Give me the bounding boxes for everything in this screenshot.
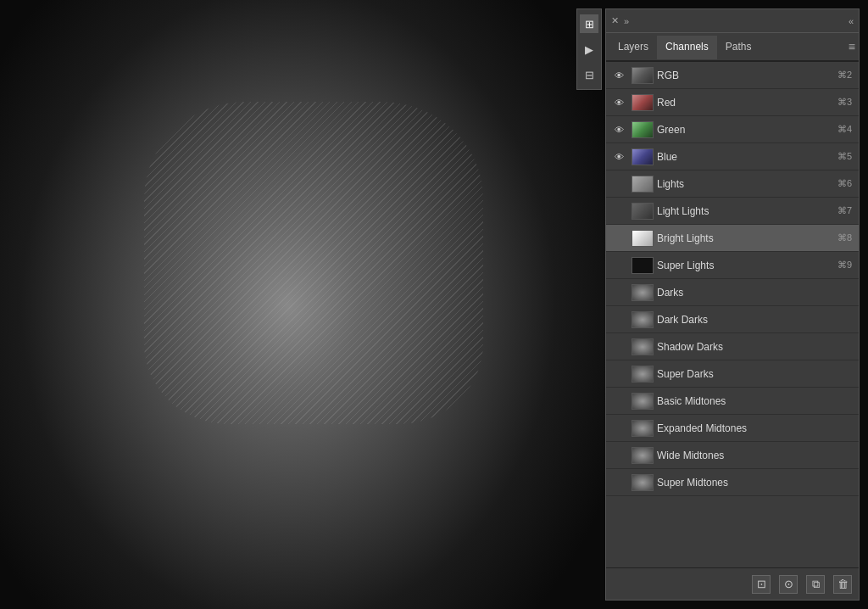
channel-label-expanded-midtones: Expanded Midtones	[657, 422, 852, 434]
channel-label-lights: Lights	[657, 178, 837, 190]
channel-label-super-lights: Super Lights	[657, 260, 837, 271]
side-toolbar: ⊞ ▶ ⊟	[576, 8, 602, 90]
panel: ✕ » « Layers Channels Paths ≡ 👁 RGB ⌘2 👁	[605, 8, 860, 601]
channel-shortcut-lights: ⌘6	[837, 178, 852, 189]
eye-icon-red[interactable]: 👁	[609, 93, 628, 112]
channel-row-super-lights[interactable]: Super Lights ⌘9	[606, 252, 859, 279]
channel-row-red[interactable]: 👁 Red ⌘3	[606, 89, 859, 116]
channel-row-rgb[interactable]: 👁 RGB ⌘2	[606, 62, 859, 89]
channel-label-wide-midtones: Wide Midtones	[657, 450, 852, 461]
collapse-icon[interactable]: »	[624, 16, 629, 26]
channel-thumb-lights	[632, 176, 654, 193]
panel-menu-icon[interactable]: ≡	[849, 40, 855, 53]
channel-label-basic-midtones: Basic Midtones	[657, 395, 852, 407]
channel-thumb-super-lights	[632, 257, 654, 274]
channel-thumb-wide-midtones	[632, 447, 654, 464]
channel-row-super-darks[interactable]: Super Darks	[606, 360, 859, 388]
channel-row-dark-darks[interactable]: Dark Darks	[606, 306, 859, 333]
channel-thumb-shadow-darks	[632, 338, 654, 355]
channel-thumb-rgb	[632, 67, 654, 84]
play-tool[interactable]: ▶	[580, 40, 598, 59]
channel-thumb-red	[632, 94, 654, 111]
channel-row-darks[interactable]: Darks	[606, 279, 859, 306]
tab-row: Layers Channels Paths ≡	[606, 33, 859, 62]
eye-icon-blue[interactable]: 👁	[609, 148, 628, 166]
channel-shortcut-rgb: ⌘2	[837, 70, 852, 81]
channel-row-wide-midtones[interactable]: Wide Midtones	[606, 442, 859, 469]
channel-thumb-basic-midtones	[632, 393, 654, 410]
delete-channel-button[interactable]: 🗑	[833, 575, 852, 594]
channel-thumb-green	[632, 121, 654, 138]
channel-row-blue[interactable]: 👁 Blue ⌘5	[606, 143, 859, 170]
channel-shortcut-light-lights: ⌘7	[837, 205, 852, 216]
channel-shortcut-bright-lights: ⌘8	[837, 232, 852, 243]
tab-layers[interactable]: Layers	[609, 36, 657, 58]
channel-label-dark-darks: Dark Darks	[657, 314, 852, 326]
expand-icon[interactable]: «	[849, 16, 854, 26]
channel-label-blue: Blue	[657, 151, 837, 163]
channels-list[interactable]: 👁 RGB ⌘2 👁 Red ⌘3 👁 Green ⌘4 👁 Blue ⌘5	[606, 62, 859, 567]
bottom-toolbar: ⊡ ⊙ ⧉ 🗑	[606, 567, 859, 600]
channel-label-super-midtones: Super Midtones	[657, 477, 852, 489]
channel-shortcut-green: ⌘4	[837, 124, 852, 135]
channel-row-basic-midtones[interactable]: Basic Midtones	[606, 388, 859, 415]
channel-shortcut-red: ⌘3	[837, 97, 852, 108]
channel-thumb-dark-darks	[632, 311, 654, 328]
channel-thumb-blue	[632, 148, 654, 165]
eye-icon-rgb[interactable]: 👁	[609, 66, 628, 85]
channel-label-green: Green	[657, 124, 837, 136]
channel-label-red: Red	[657, 97, 837, 109]
duplicate-channel-button[interactable]: ⧉	[806, 575, 825, 594]
channel-label-bright-lights: Bright Lights	[657, 232, 837, 244]
channel-thumb-super-midtones	[632, 474, 654, 491]
channel-shortcut-super-lights: ⌘9	[837, 260, 852, 271]
channel-thumb-bright-lights	[632, 230, 654, 247]
channel-row-super-midtones[interactable]: Super Midtones	[606, 469, 859, 496]
channel-thumb-super-darks	[632, 366, 654, 383]
channel-thumb-light-lights	[632, 203, 654, 220]
channel-thumb-expanded-midtones	[632, 420, 654, 437]
channel-row-light-lights[interactable]: Light Lights ⌘7	[606, 198, 859, 225]
tab-paths[interactable]: Paths	[717, 36, 760, 58]
panel-topbar: ✕ » «	[606, 9, 859, 33]
selection-overlay	[144, 102, 483, 424]
channel-label-rgb: RGB	[657, 70, 837, 81]
eye-icon-green[interactable]: 👁	[609, 120, 628, 139]
channel-label-shadow-darks: Shadow Darks	[657, 341, 852, 353]
channel-label-light-lights: Light Lights	[657, 205, 837, 217]
channel-label-darks: Darks	[657, 287, 852, 299]
mask-tool[interactable]: ⊟	[580, 65, 598, 84]
close-icon[interactable]: ✕	[611, 15, 619, 26]
channel-row-expanded-midtones[interactable]: Expanded Midtones	[606, 415, 859, 442]
channel-row-green[interactable]: 👁 Green ⌘4	[606, 116, 859, 143]
save-selection-button[interactable]: ⊙	[779, 575, 798, 594]
channel-shortcut-blue: ⌘5	[837, 151, 852, 162]
channel-row-bright-lights[interactable]: Bright Lights ⌘8	[606, 225, 859, 252]
channel-label-super-darks: Super Darks	[657, 368, 852, 380]
channel-thumb-darks	[632, 284, 654, 301]
channels-tool[interactable]: ⊞	[580, 14, 598, 33]
channel-row-lights[interactable]: Lights ⌘6	[606, 170, 859, 198]
selection-button[interactable]: ⊡	[752, 575, 771, 594]
channel-row-shadow-darks[interactable]: Shadow Darks	[606, 333, 859, 360]
tab-channels[interactable]: Channels	[657, 36, 717, 58]
